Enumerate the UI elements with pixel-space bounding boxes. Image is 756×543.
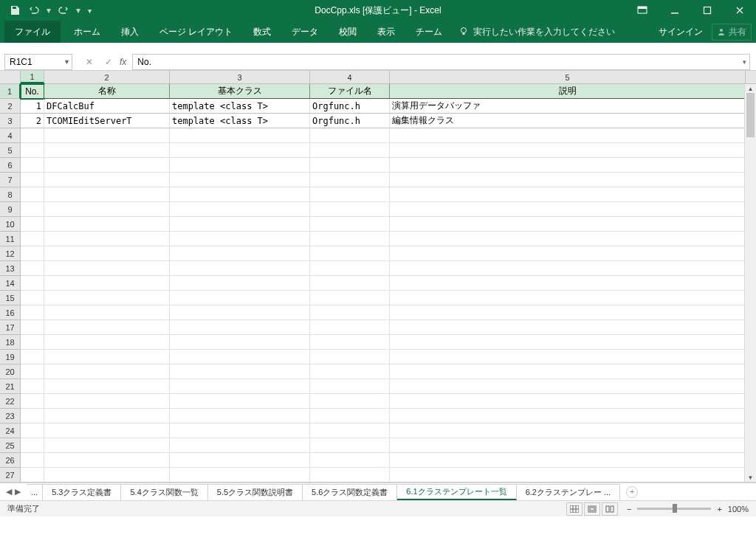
row-header[interactable]: 23 bbox=[0, 409, 21, 423]
cell[interactable] bbox=[390, 143, 746, 158]
row-header[interactable]: 25 bbox=[0, 438, 21, 453]
cell[interactable] bbox=[310, 468, 390, 483]
cell[interactable] bbox=[170, 187, 310, 202]
cell[interactable] bbox=[21, 202, 44, 217]
chevron-down-icon[interactable]: ▾ bbox=[44, 5, 53, 15]
close-button[interactable] bbox=[724, 0, 756, 21]
row-header[interactable]: 20 bbox=[0, 364, 21, 379]
share-button[interactable]: 共有 bbox=[712, 24, 752, 41]
cell[interactable] bbox=[390, 364, 746, 379]
cell[interactable] bbox=[390, 187, 746, 202]
cell[interactable] bbox=[21, 394, 44, 409]
cell[interactable] bbox=[170, 291, 310, 305]
cell[interactable] bbox=[390, 335, 746, 350]
cell[interactable] bbox=[21, 276, 44, 291]
cell[interactable] bbox=[21, 364, 44, 379]
cell[interactable]: 編集情報クラス bbox=[390, 114, 746, 128]
cell[interactable]: ファイル名 bbox=[310, 84, 390, 99]
cell[interactable] bbox=[170, 335, 310, 350]
cell[interactable] bbox=[390, 202, 746, 217]
cell[interactable] bbox=[44, 320, 170, 335]
chevron-down-icon[interactable]: ▾ bbox=[74, 5, 83, 15]
cell[interactable]: 説明 bbox=[390, 84, 746, 99]
vertical-scrollbar[interactable]: ▲ ▼ bbox=[744, 84, 756, 482]
cell[interactable] bbox=[390, 173, 746, 187]
qat-customize-icon[interactable]: ▾ bbox=[84, 1, 94, 19]
row-header[interactable]: 10 bbox=[0, 217, 21, 232]
cell[interactable] bbox=[170, 128, 310, 143]
cell[interactable] bbox=[44, 409, 170, 423]
zoom-out-button[interactable]: − bbox=[627, 505, 631, 513]
scroll-up-icon[interactable]: ▲ bbox=[745, 84, 756, 93]
cell[interactable] bbox=[170, 143, 310, 158]
row-header[interactable]: 15 bbox=[0, 291, 21, 305]
cell[interactable] bbox=[44, 276, 170, 291]
cells-area[interactable]: No.名称基本クラスファイル名説明1DFCalcBuftemplate <cla… bbox=[21, 84, 756, 483]
cell[interactable] bbox=[44, 379, 170, 394]
row-header[interactable]: 6 bbox=[0, 158, 21, 173]
cell[interactable] bbox=[390, 423, 746, 438]
cell[interactable] bbox=[310, 217, 390, 232]
cell[interactable] bbox=[390, 409, 746, 423]
cell[interactable] bbox=[170, 350, 310, 364]
cell[interactable] bbox=[44, 143, 170, 158]
sheet-nav-prev-icon[interactable]: ◀ bbox=[6, 487, 12, 497]
row-header[interactable]: 13 bbox=[0, 261, 21, 276]
cell[interactable] bbox=[390, 217, 746, 232]
row-header[interactable]: 12 bbox=[0, 246, 21, 261]
row-header[interactable]: 5 bbox=[0, 143, 21, 158]
redo-icon[interactable] bbox=[55, 1, 72, 19]
view-normal-icon[interactable] bbox=[566, 502, 583, 516]
tab-home[interactable]: ホーム bbox=[63, 21, 111, 43]
sheet-tab[interactable]: 5.3クラス定義書 bbox=[43, 484, 121, 500]
cell[interactable] bbox=[44, 291, 170, 305]
name-box[interactable]: R1C1 ▼ bbox=[4, 54, 72, 70]
cell[interactable] bbox=[310, 202, 390, 217]
row-header[interactable]: 17 bbox=[0, 320, 21, 335]
row-header[interactable]: 18 bbox=[0, 335, 21, 350]
cell[interactable] bbox=[170, 202, 310, 217]
cell[interactable] bbox=[390, 350, 746, 364]
cell[interactable] bbox=[390, 276, 746, 291]
cell[interactable] bbox=[44, 468, 170, 483]
cell[interactable]: No. bbox=[21, 84, 44, 99]
cell[interactable] bbox=[21, 158, 44, 173]
scroll-down-icon[interactable]: ▼ bbox=[745, 473, 756, 482]
cell[interactable] bbox=[390, 453, 746, 468]
sheet-tab[interactable]: 5.5クラス関数説明書 bbox=[208, 484, 303, 500]
cell[interactable]: template <class T> bbox=[170, 99, 310, 114]
row-header[interactable]: 19 bbox=[0, 350, 21, 364]
cell[interactable] bbox=[310, 261, 390, 276]
tab-insert[interactable]: 挿入 bbox=[111, 21, 149, 43]
cell[interactable] bbox=[310, 128, 390, 143]
tab-data[interactable]: データ bbox=[281, 21, 329, 43]
row-header[interactable]: 24 bbox=[0, 423, 21, 438]
cell[interactable] bbox=[310, 291, 390, 305]
cell[interactable] bbox=[170, 438, 310, 453]
cell[interactable] bbox=[21, 143, 44, 158]
cell[interactable] bbox=[170, 394, 310, 409]
cell[interactable] bbox=[21, 409, 44, 423]
minimize-button[interactable] bbox=[659, 0, 691, 21]
undo-icon[interactable] bbox=[25, 1, 43, 19]
cell[interactable] bbox=[390, 394, 746, 409]
cell[interactable] bbox=[21, 320, 44, 335]
tab-formulas[interactable]: 数式 bbox=[243, 21, 281, 43]
scroll-thumb[interactable] bbox=[746, 93, 755, 137]
row-header[interactable]: 11 bbox=[0, 232, 21, 246]
signin-link[interactable]: サインイン bbox=[659, 26, 703, 38]
cell[interactable]: template <class T> bbox=[170, 114, 310, 128]
cell[interactable] bbox=[310, 394, 390, 409]
cell[interactable] bbox=[21, 335, 44, 350]
cell[interactable] bbox=[310, 320, 390, 335]
row-header[interactable]: 9 bbox=[0, 202, 21, 217]
save-icon[interactable] bbox=[6, 1, 24, 19]
cell[interactable] bbox=[310, 232, 390, 246]
enter-formula-icon[interactable]: ✓ bbox=[102, 57, 115, 67]
cell[interactable] bbox=[44, 261, 170, 276]
chevron-down-icon[interactable]: ▼ bbox=[63, 58, 70, 66]
sheet-tab[interactable]: 5.4クラス関数一覧 bbox=[121, 484, 207, 500]
tab-file[interactable]: ファイル bbox=[4, 21, 61, 43]
cell[interactable] bbox=[44, 350, 170, 364]
cell[interactable] bbox=[170, 232, 310, 246]
